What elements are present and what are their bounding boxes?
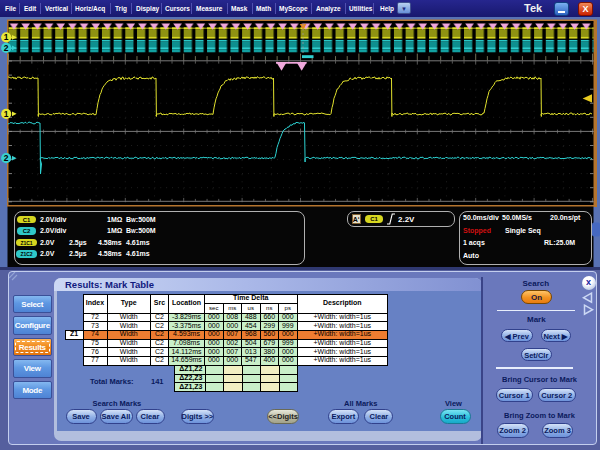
svg-text:2: 2 bbox=[4, 153, 9, 163]
svg-text:1: 1 bbox=[4, 32, 9, 42]
svg-text:1: 1 bbox=[4, 109, 9, 119]
svg-text:2: 2 bbox=[4, 43, 9, 53]
